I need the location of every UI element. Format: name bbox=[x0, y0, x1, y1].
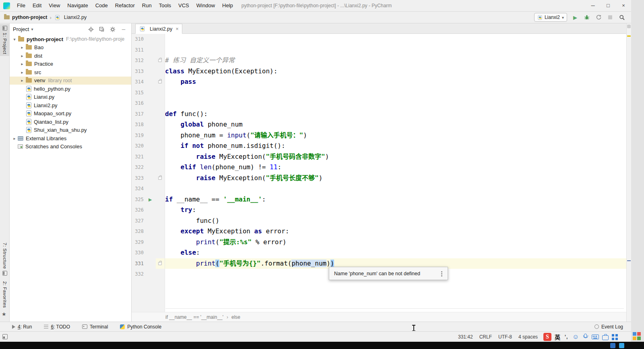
gutter-mark-icon[interactable] bbox=[158, 59, 162, 62]
toolwindow-todo[interactable]: 6: TODO bbox=[44, 324, 70, 330]
line-number[interactable]: 317 bbox=[132, 109, 144, 120]
sogou-toolbox-grid-icon[interactable] bbox=[633, 332, 641, 340]
tree-collapsed-icon[interactable]: ▸ bbox=[19, 45, 25, 50]
locate-file-icon[interactable] bbox=[88, 27, 94, 32]
tree-item-python-project[interactable]: ▾python-projectF:\python-file\python-pro… bbox=[10, 35, 131, 44]
settings-gear-icon[interactable] bbox=[110, 27, 116, 32]
line-number[interactable]: 325 bbox=[132, 194, 144, 205]
voice-input-icon[interactable] bbox=[582, 333, 588, 341]
code-line[interactable]: def func(): bbox=[165, 109, 626, 120]
menu-run[interactable]: Run bbox=[138, 0, 155, 11]
line-number[interactable]: 318 bbox=[132, 119, 144, 130]
line-number[interactable]: 332 bbox=[132, 269, 144, 280]
minimize-button[interactable]: ─ bbox=[585, 0, 601, 11]
toolstrip-favorites-button[interactable]: 2: Favorites bbox=[0, 280, 9, 310]
tree-item-qiantao-list-py[interactable]: Qiantao_list.py bbox=[10, 118, 131, 126]
code-line[interactable]: except MyException as error: bbox=[165, 226, 626, 237]
coverage-button[interactable] bbox=[595, 14, 602, 21]
warning-stripe-mark[interactable] bbox=[627, 35, 631, 37]
run-button[interactable]: ▶ bbox=[572, 14, 579, 21]
toolwindow-event-log[interactable]: Event Log bbox=[594, 324, 623, 330]
code-line[interactable]: try: bbox=[165, 205, 626, 216]
project-panel-title[interactable]: Project bbox=[13, 26, 29, 32]
tree-item-dist[interactable]: ▸dist bbox=[10, 52, 131, 60]
maximize-button[interactable]: □ bbox=[601, 0, 616, 11]
menu-tools[interactable]: Tools bbox=[155, 0, 175, 11]
debug-button[interactable] bbox=[583, 14, 590, 21]
gutter-mark-icon[interactable] bbox=[158, 262, 162, 265]
toolwindow-run[interactable]: 4: Run bbox=[12, 324, 32, 330]
tree-item-hello-python-py[interactable]: hello_python.py bbox=[10, 85, 131, 93]
menu-code[interactable]: Code bbox=[92, 0, 111, 11]
code-line[interactable] bbox=[165, 34, 626, 45]
favorites-star-icon[interactable]: ★ bbox=[2, 311, 6, 317]
code-line[interactable] bbox=[165, 183, 626, 194]
hide-panel-icon[interactable]: ─ bbox=[121, 27, 126, 32]
tree-collapsed-icon[interactable]: ▸ bbox=[19, 54, 25, 58]
tree-item-bao[interactable]: ▸Bao bbox=[10, 44, 131, 52]
line-number[interactable]: 326 bbox=[132, 205, 144, 216]
code-line[interactable]: global phone_num bbox=[165, 119, 626, 130]
taskbar-tray-icon[interactable] bbox=[619, 343, 624, 348]
menu-help[interactable]: Help bbox=[219, 0, 237, 11]
line-number[interactable]: 322 bbox=[132, 162, 144, 173]
line-number[interactable]: 314 bbox=[132, 77, 144, 87]
tree-item-shui-xian-hua-shu-py[interactable]: Shui_xian_hua_shu.py bbox=[10, 126, 131, 135]
code-line[interactable]: phone_num = input("请输入手机号：") bbox=[165, 130, 626, 141]
line-number[interactable]: 330 bbox=[132, 247, 144, 258]
line-number[interactable]: 320 bbox=[132, 141, 144, 152]
caret-stripe-mark[interactable] bbox=[627, 260, 631, 261]
toolstrip-structure-button[interactable]: 7: Structure bbox=[0, 241, 9, 277]
code-line[interactable]: pass bbox=[165, 77, 626, 87]
toolwindow-toggle-icon[interactable] bbox=[2, 334, 8, 339]
inspections-indicator-icon[interactable] bbox=[627, 25, 631, 28]
menu-navigate[interactable]: Navigate bbox=[64, 0, 91, 11]
tree-item-scratches-and-consoles[interactable]: Scratches and Consoles bbox=[10, 143, 131, 151]
run-line-icon[interactable]: ▶ bbox=[149, 194, 152, 205]
line-number[interactable]: 315 bbox=[132, 87, 144, 98]
status-line-separator[interactable]: CRLF bbox=[479, 334, 492, 340]
code-line[interactable]: raise MyException("手机号码含非数字") bbox=[165, 152, 626, 162]
tab-close-icon[interactable]: × bbox=[175, 26, 179, 32]
breadcrumb-file[interactable]: Lianxi2.py bbox=[64, 15, 87, 20]
punctuation-icon[interactable]: ’, bbox=[564, 333, 569, 341]
tree-item-lianxi-py[interactable]: Lianxi.py bbox=[10, 93, 131, 102]
code-line[interactable]: raise MyException("手机号长度不够") bbox=[165, 173, 626, 184]
tree-collapsed-icon[interactable]: ▸ bbox=[11, 136, 18, 141]
sogou-logo-icon[interactable]: S bbox=[543, 333, 551, 341]
stop-button[interactable] bbox=[607, 14, 614, 21]
toolwindow-python-console[interactable]: Python Console bbox=[120, 324, 161, 330]
code-line[interactable]: class MyException(Exception): bbox=[165, 66, 626, 77]
chevron-down-icon[interactable]: ▾ bbox=[31, 27, 33, 31]
code-line[interactable] bbox=[165, 98, 626, 109]
tree-collapsed-icon[interactable]: ▸ bbox=[19, 70, 25, 75]
collapse-all-icon[interactable] bbox=[99, 27, 105, 32]
run-config-selector[interactable]: Lianxi2 ▾ bbox=[534, 13, 567, 22]
code-line[interactable]: else: bbox=[165, 247, 626, 258]
breadcrumb-project[interactable]: python-project bbox=[12, 15, 47, 20]
gutter-mark-icon[interactable] bbox=[158, 177, 162, 180]
menu-window[interactable]: Window bbox=[193, 0, 219, 11]
menu-view[interactable]: View bbox=[45, 0, 64, 11]
search-everywhere-icon[interactable] bbox=[618, 14, 625, 21]
horizontal-scrollbar[interactable] bbox=[165, 308, 624, 309]
menu-edit[interactable]: Edit bbox=[29, 0, 45, 11]
more-grid-icon[interactable] bbox=[612, 334, 618, 340]
tree-collapsed-icon[interactable]: ▸ bbox=[19, 78, 25, 83]
code-line[interactable]: func() bbox=[165, 216, 626, 226]
tree-item-external-libraries[interactable]: ▸External Libraries bbox=[10, 134, 131, 143]
status-indent[interactable]: 4 spaces bbox=[518, 334, 538, 340]
menu-vcs[interactable]: VCS bbox=[175, 0, 193, 11]
tree-item-src[interactable]: ▸src bbox=[10, 68, 131, 77]
line-number[interactable]: 311 bbox=[132, 45, 144, 56]
line-number[interactable]: 323 bbox=[132, 173, 144, 184]
line-number[interactable]: 324 bbox=[132, 183, 144, 194]
code-line[interactable]: print("提示:%s" % error) bbox=[165, 237, 626, 248]
tree-expanded-icon[interactable]: ▾ bbox=[11, 37, 18, 42]
tree-item-maopao-sort-py[interactable]: Maopao_sort.py bbox=[10, 110, 131, 118]
toolstrip-project-button[interactable]: 1: Project bbox=[0, 24, 9, 56]
line-number[interactable]: 316 bbox=[132, 98, 144, 109]
code-line[interactable] bbox=[165, 45, 626, 56]
code-line[interactable]: if __name__ == '__main__': bbox=[165, 194, 626, 205]
code-line[interactable]: if not phone_num.isdigit(): bbox=[165, 141, 626, 152]
